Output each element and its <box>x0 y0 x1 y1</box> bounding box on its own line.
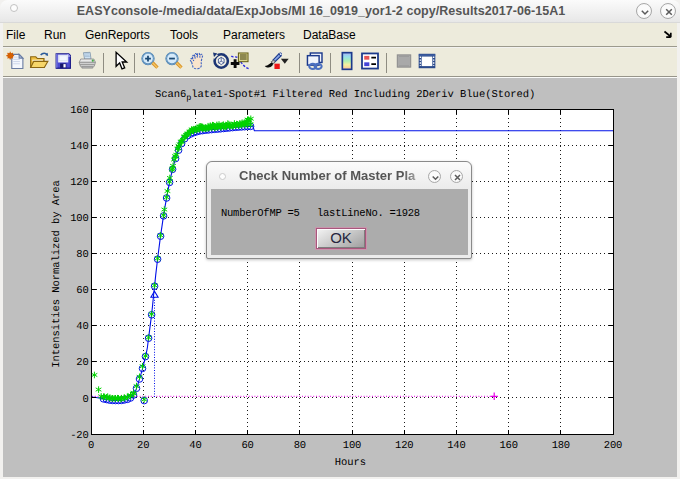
svg-text:0: 0 <box>88 440 94 452</box>
svg-text:Hours: Hours <box>335 457 366 469</box>
svg-text:160: 160 <box>499 440 517 452</box>
svg-text:100: 100 <box>343 440 361 452</box>
svg-text:20: 20 <box>76 357 88 369</box>
svg-text:80: 80 <box>294 440 306 452</box>
svg-text:100: 100 <box>70 213 88 225</box>
svg-text:160: 160 <box>70 105 88 117</box>
svg-text:Intensities Normalized by Area: Intensities Normalized by Area <box>51 180 63 368</box>
svg-text:140: 140 <box>70 141 88 153</box>
svg-text:60: 60 <box>241 440 253 452</box>
svg-text:120: 120 <box>70 177 88 189</box>
svg-text:40: 40 <box>76 321 88 333</box>
svg-text:60: 60 <box>76 285 88 297</box>
svg-text:Scan6plate1-Spot#1 Filtered Re: Scan6plate1-Spot#1 Filtered Red Includin… <box>155 89 535 103</box>
svg-text:-20: -20 <box>70 430 88 442</box>
svg-text:0: 0 <box>82 394 88 406</box>
svg-text:120: 120 <box>395 440 413 452</box>
svg-text:40: 40 <box>189 440 201 452</box>
svg-text:180: 180 <box>552 440 570 452</box>
svg-text:140: 140 <box>447 440 465 452</box>
svg-text:200: 200 <box>604 440 622 452</box>
svg-text:20: 20 <box>137 440 149 452</box>
svg-text:80: 80 <box>76 249 88 261</box>
